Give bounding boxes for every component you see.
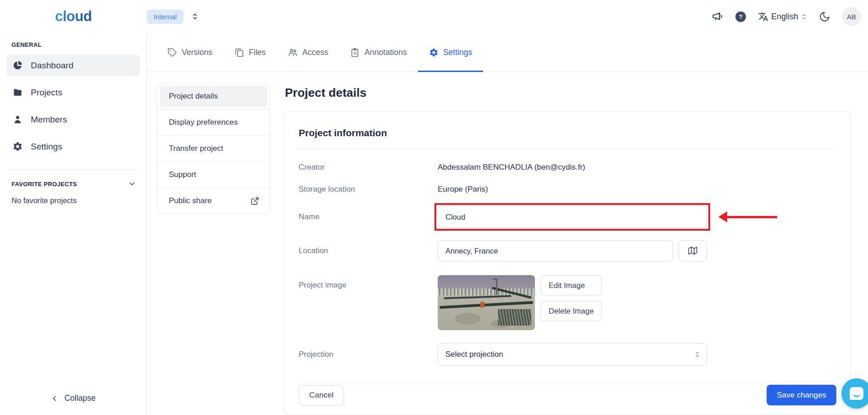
logo-area: cloud <box>0 8 147 25</box>
sidebar-item-label: Dashboard <box>31 61 73 71</box>
card-footer: Cancel Save changes <box>299 382 836 405</box>
dark-mode-icon[interactable] <box>819 11 830 22</box>
chevron-left-icon <box>50 394 59 403</box>
sidebar-section-general: GENERAL <box>11 41 135 48</box>
projection-select-value: Select projection <box>445 350 503 359</box>
image-buttons: Edit Image Delete Image <box>540 275 602 321</box>
card-divider <box>299 149 836 149</box>
settings-subnav: Project details Display preferences Tran… <box>157 83 270 214</box>
sidebar-item-label: Members <box>31 115 67 125</box>
app-window: cloud Internal ? English AB <box>0 0 868 415</box>
workspace-badge[interactable]: Internal <box>147 10 184 24</box>
users-icon <box>288 47 298 57</box>
person-icon <box>12 114 23 125</box>
subnav-item-project-details[interactable]: Project details <box>157 86 270 107</box>
name-label: Name <box>299 212 438 221</box>
location-input[interactable] <box>438 240 673 261</box>
storage-location-value: Europe (Paris) <box>438 185 488 194</box>
cancel-button[interactable]: Cancel <box>299 385 344 405</box>
page-title: Project details <box>285 86 851 100</box>
sidebar-divider <box>7 169 139 170</box>
subnav-label: Transfer project <box>169 144 223 153</box>
card-title: Project information <box>299 127 836 138</box>
project-information-card: Project information Creator Abdessalam B… <box>284 111 851 415</box>
map-icon <box>688 246 697 255</box>
chevron-down-icon <box>128 180 136 188</box>
subnav-label: Project details <box>169 92 218 101</box>
tab-label: Settings <box>443 48 472 57</box>
subnav-item-transfer-project[interactable]: Transfer project <box>157 135 270 159</box>
translate-icon <box>758 11 768 22</box>
project-tabbar: Versions Files Access Annotations Settin… <box>147 33 868 72</box>
storage-location-label: Storage location <box>299 185 438 194</box>
app-body: GENERAL Dashboard Projects Members Setti… <box>0 33 868 415</box>
delete-image-button[interactable]: Delete Image <box>540 301 602 321</box>
pie-chart-icon <box>12 60 23 71</box>
edit-image-button[interactable]: Edit Image <box>540 275 602 295</box>
save-changes-button[interactable]: Save changes <box>767 385 836 405</box>
project-image-label: Project image <box>299 281 438 290</box>
projection-row: Projection Select projection <box>299 343 836 366</box>
sidebar-item-dashboard[interactable]: Dashboard <box>6 55 140 76</box>
favorites-label: FAVORITE PROJECTS <box>11 181 77 188</box>
clipboard-icon <box>350 48 360 57</box>
tab-access[interactable]: Access <box>277 33 339 72</box>
favorites-header[interactable]: FAVORITE PROJECTS <box>11 180 136 188</box>
avatar[interactable]: AB <box>842 7 861 26</box>
tab-files[interactable]: Files <box>223 33 277 72</box>
location-row: Location <box>299 240 836 261</box>
sidebar-item-label: Projects <box>31 88 62 98</box>
external-link-icon <box>250 197 259 205</box>
gear-icon <box>12 141 23 152</box>
sidebar-item-projects[interactable]: Projects <box>6 82 140 103</box>
subnav-item-display-preferences[interactable]: Display preferences <box>157 109 270 133</box>
header-actions: ? English AB <box>712 7 861 26</box>
sidebar-item-members[interactable]: Members <box>6 109 140 130</box>
tab-label: Annotations <box>364 48 406 57</box>
tab-label: Access <box>302 48 328 57</box>
language-label: English <box>771 12 798 22</box>
workspace-switcher-icon[interactable] <box>190 12 200 21</box>
project-image-row: Project image Edit Image Delete Image <box>299 275 836 330</box>
language-chevrons-icon <box>801 13 807 20</box>
name-input[interactable] <box>438 206 707 227</box>
tab-settings[interactable]: Settings <box>418 33 483 72</box>
location-label: Location <box>299 246 438 255</box>
app-logo[interactable]: cloud <box>55 8 92 25</box>
sidebar-item-settings[interactable]: Settings <box>6 136 140 157</box>
tag-icon <box>167 48 177 57</box>
annotation-arrow <box>718 211 777 222</box>
sidebar-collapse-button[interactable]: Collapse <box>0 393 146 415</box>
subnav-label: Support <box>169 170 196 179</box>
creator-row: Creator Abdessalam BENCHADLIA (ben@cydis… <box>299 163 836 172</box>
name-row: Name <box>299 206 836 227</box>
select-chevrons-icon <box>695 351 700 358</box>
gear-icon <box>429 48 439 57</box>
announcements-icon[interactable] <box>712 11 723 22</box>
favorites-empty-text: No favorite projects <box>11 196 146 205</box>
projection-label: Projection <box>299 350 438 359</box>
name-field-wrapper <box>438 206 707 227</box>
location-field-wrapper <box>438 240 707 261</box>
projection-select[interactable]: Select projection <box>438 343 707 366</box>
tab-annotations[interactable]: Annotations <box>339 33 417 72</box>
creator-value: Abdessalam BENCHADLIA (ben@cydis.fr) <box>438 163 585 172</box>
chat-launcher-button[interactable] <box>841 378 868 409</box>
project-details-pane: Project details Project information Crea… <box>284 83 851 415</box>
main-area: Versions Files Access Annotations Settin… <box>147 33 868 415</box>
file-icon <box>234 48 244 57</box>
subnav-item-public-share[interactable]: Public share <box>157 188 270 211</box>
language-selector[interactable]: English <box>758 11 807 22</box>
sidebar: GENERAL Dashboard Projects Members Setti… <box>0 33 147 415</box>
storage-location-row: Storage location Europe (Paris) <box>299 185 836 194</box>
app-header: cloud Internal ? English AB <box>0 0 868 33</box>
subnav-label: Public share <box>169 196 212 205</box>
creator-label: Creator <box>299 163 438 172</box>
tab-versions[interactable]: Versions <box>156 33 223 72</box>
help-icon[interactable]: ? <box>735 11 746 22</box>
tab-label: Versions <box>182 48 212 57</box>
open-map-button[interactable] <box>679 240 707 261</box>
project-image-thumbnail <box>438 275 535 330</box>
subnav-item-support[interactable]: Support <box>157 161 270 185</box>
folder-icon <box>12 87 23 98</box>
